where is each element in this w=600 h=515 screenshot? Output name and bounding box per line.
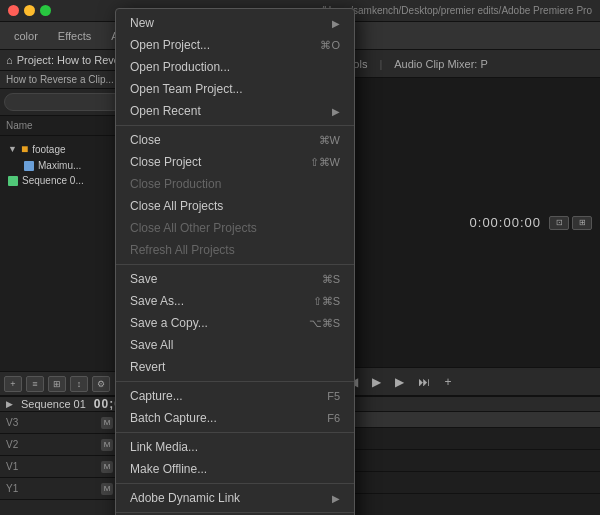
file-menu: New ▶ Open Project... ⌘O Open Production…: [115, 8, 355, 515]
menu-item-close-project[interactable]: Close Project ⇧⌘W: [116, 151, 354, 173]
menu-label: Save a Copy...: [130, 316, 208, 330]
menu-label: Close Production: [130, 177, 221, 191]
menu-label: Link Media...: [130, 440, 198, 454]
menu-item-close-all[interactable]: Close All Projects: [116, 195, 354, 217]
menu-label: Batch Capture...: [130, 411, 217, 425]
menu-label: Open Team Project...: [130, 82, 243, 96]
menu-label: Open Production...: [130, 60, 230, 74]
menu-label: New: [130, 16, 154, 30]
menu-label: Save All: [130, 338, 173, 352]
shortcut: F5: [327, 390, 340, 402]
menu-item-revert[interactable]: Revert: [116, 356, 354, 378]
menu-label: Close All Projects: [130, 199, 223, 213]
menu-label: Refresh All Projects: [130, 243, 235, 257]
menu-item-link-media[interactable]: Link Media...: [116, 436, 354, 458]
menu-item-capture[interactable]: Capture... F5: [116, 385, 354, 407]
separator: [116, 125, 354, 126]
menu-item-open-production[interactable]: Open Production...: [116, 56, 354, 78]
menu-item-refresh-all: Refresh All Projects: [116, 239, 354, 261]
menu-item-save-copy[interactable]: Save a Copy... ⌥⌘S: [116, 312, 354, 334]
menu-label: Capture...: [130, 389, 183, 403]
shortcut: ⌥⌘S: [309, 317, 340, 330]
menu-item-save[interactable]: Save ⌘S: [116, 268, 354, 290]
menu-item-new[interactable]: New ▶: [116, 12, 354, 34]
menu-label: Revert: [130, 360, 165, 374]
menu-label: Close Project: [130, 155, 201, 169]
menu-item-close-others: Close All Other Projects: [116, 217, 354, 239]
menu-item-save-as[interactable]: Save As... ⇧⌘S: [116, 290, 354, 312]
shortcut: ⌘O: [320, 39, 340, 52]
shortcut: ⇧⌘W: [310, 156, 340, 169]
menu-label: Make Offline...: [130, 462, 207, 476]
menu-label: Adobe Dynamic Link: [130, 491, 240, 505]
menu-overlay: New ▶ Open Project... ⌘O Open Production…: [0, 0, 600, 515]
menu-label: Close All Other Projects: [130, 221, 257, 235]
shortcut: ⇧⌘S: [313, 295, 340, 308]
menu-label: Save As...: [130, 294, 184, 308]
menu-item-make-offline[interactable]: Make Offline...: [116, 458, 354, 480]
shortcut: ⌘W: [319, 134, 340, 147]
shortcut: F6: [327, 412, 340, 424]
menu-item-open-recent[interactable]: Open Recent ▶: [116, 100, 354, 122]
separator: [116, 432, 354, 433]
separator: [116, 264, 354, 265]
submenu-arrow: ▶: [332, 493, 340, 504]
submenu-arrow: ▶: [332, 18, 340, 29]
menu-label: Save: [130, 272, 157, 286]
separator: [116, 381, 354, 382]
menu-item-save-all[interactable]: Save All: [116, 334, 354, 356]
menu-label: Close: [130, 133, 161, 147]
menu-label: Open Recent: [130, 104, 201, 118]
menu-item-adobe-dynamic-link[interactable]: Adobe Dynamic Link ▶: [116, 487, 354, 509]
menu-item-open-project[interactable]: Open Project... ⌘O: [116, 34, 354, 56]
separator: [116, 483, 354, 484]
menu-item-close[interactable]: Close ⌘W: [116, 129, 354, 151]
menu-item-open-team[interactable]: Open Team Project...: [116, 78, 354, 100]
submenu-arrow: ▶: [332, 106, 340, 117]
menu-item-batch-capture[interactable]: Batch Capture... F6: [116, 407, 354, 429]
shortcut: ⌘S: [322, 273, 340, 286]
menu-label: Open Project...: [130, 38, 210, 52]
separator: [116, 512, 354, 513]
menu-item-close-production: Close Production: [116, 173, 354, 195]
